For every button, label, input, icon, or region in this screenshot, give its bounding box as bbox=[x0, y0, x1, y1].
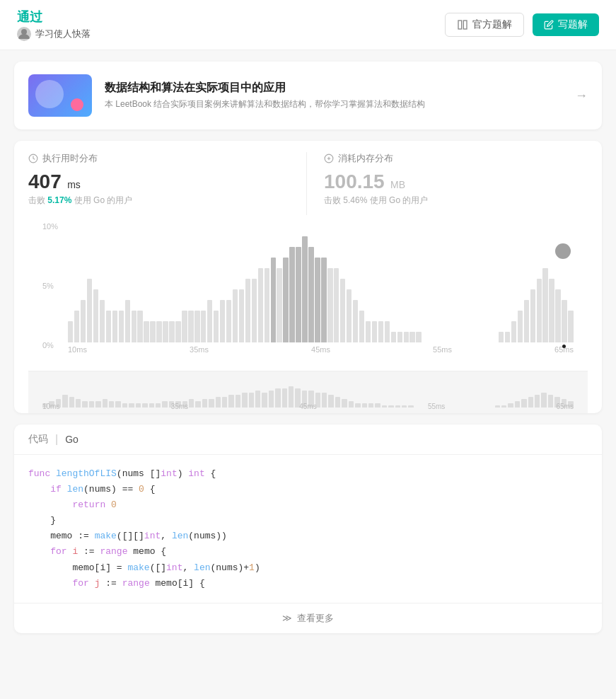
chart-bar bbox=[409, 332, 414, 342]
chart-bar bbox=[245, 279, 250, 342]
chart-bar bbox=[366, 321, 371, 342]
chart-bar bbox=[175, 321, 180, 342]
book-icon bbox=[457, 19, 468, 30]
banner-arrow: → bbox=[575, 88, 588, 103]
chart-bars bbox=[68, 222, 574, 342]
banner-image bbox=[28, 74, 92, 117]
chart-bar bbox=[353, 300, 358, 342]
chart-bar bbox=[188, 311, 193, 342]
chart-bar bbox=[194, 311, 199, 342]
code-divider: | bbox=[55, 433, 58, 446]
chart-bar bbox=[144, 321, 149, 342]
chart-bar bbox=[81, 300, 86, 342]
svg-rect-1 bbox=[458, 21, 462, 29]
chart-bar bbox=[347, 289, 351, 342]
chart-bar bbox=[214, 311, 219, 342]
chart-bar bbox=[359, 311, 364, 342]
official-solution-button[interactable]: 官方题解 bbox=[445, 13, 524, 37]
banner[interactable]: 数据结构和算法在实际项目中的应用 本 LeetBook 结合实际项目案例来讲解算… bbox=[14, 62, 602, 129]
memory-stat-value: 100.15 bbox=[324, 171, 385, 192]
code-section: 代码 | Go func lengthOfLIS(nums []int) int… bbox=[14, 424, 602, 633]
chart-bar bbox=[132, 311, 136, 342]
memory-stat-box: 消耗内存分布 100.15 MB 击败 5.46% 使用 Go 的用户 bbox=[307, 152, 588, 215]
chart-bar bbox=[340, 279, 345, 342]
chart-bar bbox=[74, 311, 79, 342]
chart-area: 10% 5% 0% 10ms35ms45ms55ms65ms bbox=[28, 215, 588, 371]
chart-bar bbox=[308, 247, 313, 342]
chart-bar bbox=[334, 268, 339, 342]
time-stat-desc: 击败 5.17% 使用 Go 的用户 bbox=[28, 195, 292, 207]
chart-bar bbox=[68, 321, 73, 342]
code-line: } bbox=[28, 513, 588, 528]
memory-stat-unit: MB bbox=[390, 179, 405, 190]
clock-icon bbox=[28, 154, 38, 163]
memory-stat-label: 消耗内存分布 bbox=[338, 152, 393, 165]
header: 通过 学习使人快落 官方题解 写题解 bbox=[0, 0, 616, 50]
chevron-down-icon: ≫ bbox=[282, 613, 292, 623]
chart-bar bbox=[137, 311, 142, 342]
chart-bar bbox=[100, 300, 105, 342]
chart-bar bbox=[156, 321, 161, 342]
code-body: func lengthOfLIS(nums []int) int { if le… bbox=[14, 455, 602, 603]
see-more-label: 查看更多 bbox=[297, 613, 334, 623]
chart-bar bbox=[277, 268, 281, 342]
chart-bar bbox=[201, 311, 206, 342]
banner-title: 数据结构和算法在实际项目中的应用 bbox=[105, 81, 425, 96]
chart-bar bbox=[182, 311, 187, 342]
chart-bar bbox=[555, 289, 560, 342]
chart-bar bbox=[207, 300, 212, 342]
chart-bar bbox=[511, 321, 516, 342]
chart-bar bbox=[530, 289, 535, 342]
memory-stat-desc: 击败 5.46% 使用 Go 的用户 bbox=[324, 195, 588, 207]
memory-stat-value-row: 100.15 MB bbox=[324, 171, 588, 193]
chart-bar bbox=[87, 279, 92, 342]
chart-bar bbox=[315, 258, 320, 342]
memory-stat-header: 消耗内存分布 bbox=[324, 152, 588, 165]
edit-icon bbox=[544, 20, 554, 30]
memory-icon bbox=[324, 154, 334, 163]
banner-content: 数据结构和算法在实际项目中的应用 本 LeetBook 结合实际项目案例来讲解算… bbox=[105, 81, 425, 110]
chart-bar bbox=[537, 279, 542, 342]
code-line: return 0 bbox=[28, 497, 588, 513]
chart-bar bbox=[385, 321, 390, 342]
code-line: memo[i] = make([]int, len(nums)+1) bbox=[28, 560, 588, 576]
chart-bar bbox=[265, 268, 269, 342]
chart-bar bbox=[239, 289, 244, 342]
svg-rect-2 bbox=[463, 21, 467, 29]
chart-bar bbox=[372, 321, 377, 342]
chart-bar bbox=[505, 332, 510, 342]
code-line: func lengthOfLIS(nums []int) int { bbox=[28, 466, 588, 482]
chart-bar bbox=[93, 289, 98, 342]
time-stat-label: 执行用时分布 bbox=[42, 152, 98, 165]
chart-bar bbox=[233, 289, 238, 342]
chart-bar bbox=[524, 300, 529, 342]
chart-bar bbox=[289, 247, 294, 342]
chart-bar bbox=[416, 332, 421, 342]
chart-bar bbox=[112, 311, 117, 342]
stats-section: 执行用时分布 407 ms 击败 5.17% 使用 Go 的用户 消耗内存分布 … bbox=[14, 141, 602, 413]
marker-circle bbox=[555, 243, 571, 259]
chart-bar bbox=[327, 268, 332, 342]
chart-bar bbox=[220, 300, 225, 342]
chart-bar bbox=[404, 332, 409, 342]
username: 学习使人快落 bbox=[35, 28, 91, 40]
time-stat-value: 407 bbox=[28, 171, 62, 192]
chart-bar bbox=[518, 311, 523, 342]
code-line: for i := range memo { bbox=[28, 544, 588, 560]
code-line: for j := range memo[i] { bbox=[28, 576, 588, 591]
see-more-button[interactable]: ≫ 查看更多 bbox=[14, 603, 602, 633]
time-stat-box: 执行用时分布 407 ms 击败 5.17% 使用 Go 的用户 bbox=[28, 152, 307, 215]
chart-bar bbox=[397, 332, 402, 342]
mini-chart[interactable]: 10ms35ms45ms55ms65ms bbox=[28, 371, 588, 413]
time-stat-value-row: 407 ms bbox=[28, 171, 292, 193]
chart-y-labels: 10% 5% 0% bbox=[42, 222, 58, 350]
chart-x-labels: 10ms35ms45ms55ms65ms bbox=[68, 342, 574, 357]
chart-bar bbox=[302, 236, 307, 342]
chart-bar bbox=[283, 258, 288, 342]
chart-bar bbox=[125, 300, 130, 342]
write-solution-button[interactable]: 写题解 bbox=[533, 13, 599, 36]
svg-point-0 bbox=[21, 29, 27, 35]
chart-bar bbox=[150, 321, 155, 342]
code-header: 代码 | Go bbox=[14, 424, 602, 455]
avatar bbox=[17, 27, 31, 41]
